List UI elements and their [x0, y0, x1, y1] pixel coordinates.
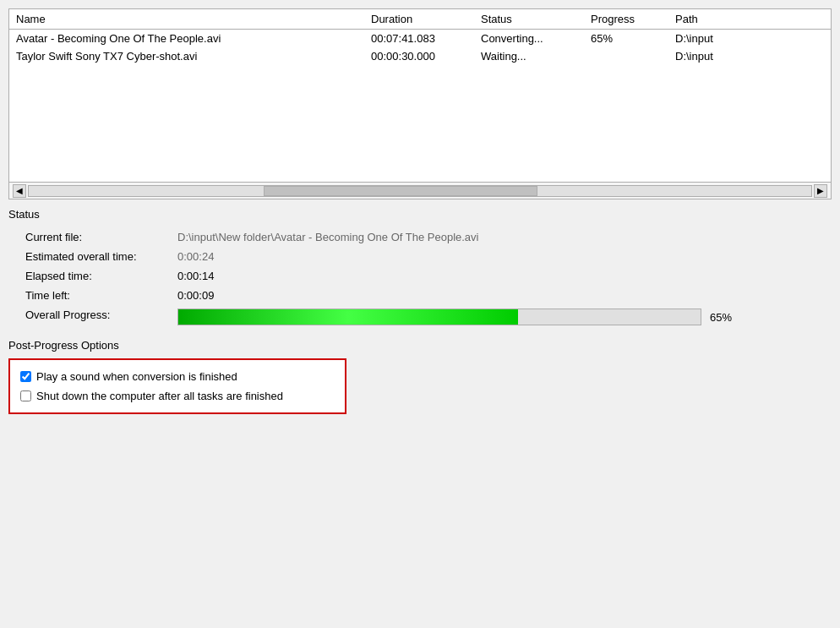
progress-bar-fill	[178, 309, 518, 325]
row2-duration: 00:00:30.000	[371, 50, 481, 63]
file-table: Name Duration Status Progress Path Avata…	[8, 8, 832, 199]
scroll-track[interactable]	[28, 185, 812, 197]
post-progress-title: Post-Progress Options	[8, 339, 832, 352]
estimated-label: Estimated overall time:	[25, 247, 177, 266]
post-progress-section: Post-Progress Options Play a sound when …	[8, 339, 832, 414]
overall-progress-row: 65%	[177, 305, 832, 329]
progress-percent-label: 65%	[710, 311, 732, 324]
row2-progress	[591, 50, 675, 63]
horizontal-scrollbar[interactable]: ◀ ▶	[9, 182, 831, 199]
elapsed-value: 0:00:14	[177, 266, 832, 286]
table-row[interactable]: Avatar - Becoming One Of The People.avi …	[9, 30, 831, 47]
option1-row: Play a sound when conversion is finished	[20, 367, 335, 386]
row2-path: D:\input	[675, 50, 824, 63]
row1-progress: 65%	[591, 32, 675, 45]
col-header-status: Status	[481, 13, 591, 25]
row1-status: Converting...	[481, 32, 591, 45]
time-left-label: Time left:	[25, 286, 177, 305]
status-section: Status Current file: D:\input\New folder…	[8, 208, 832, 329]
option2-row: Shut down the computer after all tasks a…	[20, 386, 335, 406]
table-body: Avatar - Becoming One Of The People.avi …	[9, 30, 831, 182]
option2-checkbox[interactable]	[20, 390, 31, 401]
option2-label[interactable]: Shut down the computer after all tasks a…	[36, 390, 283, 402]
option1-label[interactable]: Play a sound when conversion is finished	[36, 370, 237, 383]
col-header-progress: Progress	[591, 13, 675, 25]
table-row[interactable]: Taylor Swift Sony TX7 Cyber-shot.avi 00:…	[9, 47, 831, 65]
status-title: Status	[8, 208, 832, 221]
option1-checkbox[interactable]	[20, 371, 31, 382]
current-file-label: Current file:	[25, 227, 177, 247]
row2-status: Waiting...	[481, 50, 591, 63]
col-header-name: Name	[16, 13, 371, 25]
options-box: Play a sound when conversion is finished…	[8, 358, 346, 414]
col-header-path: Path	[675, 13, 824, 25]
progress-bar-container	[177, 309, 701, 325]
overall-progress-label: Overall Progress:	[25, 305, 177, 329]
row2-name: Taylor Swift Sony TX7 Cyber-shot.avi	[16, 50, 371, 63]
current-file-value: D:\input\New folder\Avatar - Becoming On…	[177, 227, 832, 247]
scroll-thumb[interactable]	[264, 186, 537, 196]
row1-duration: 00:07:41.083	[371, 32, 481, 45]
status-grid: Current file: D:\input\New folder\Avatar…	[8, 227, 832, 329]
row1-path: D:\input	[675, 32, 824, 45]
row1-name: Avatar - Becoming One Of The People.avi	[16, 32, 371, 45]
scroll-left-arrow[interactable]: ◀	[13, 184, 26, 198]
estimated-value: 0:00:24	[177, 247, 832, 266]
elapsed-label: Elapsed time:	[25, 266, 177, 286]
col-header-duration: Duration	[371, 13, 481, 25]
scroll-right-arrow[interactable]: ▶	[814, 184, 827, 198]
table-header: Name Duration Status Progress Path	[9, 9, 831, 30]
time-left-value: 0:00:09	[177, 286, 832, 305]
